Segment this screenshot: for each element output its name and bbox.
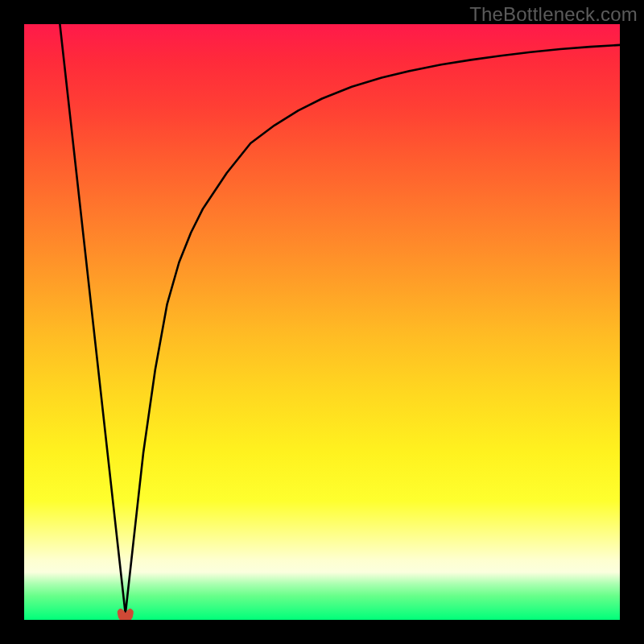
watermark-text: TheBottleneck.com [469,3,638,26]
chart-frame: TheBottleneck.com [0,0,644,644]
bottleneck-curve [60,24,620,614]
plot-area [24,24,620,620]
curve-svg [24,24,620,620]
